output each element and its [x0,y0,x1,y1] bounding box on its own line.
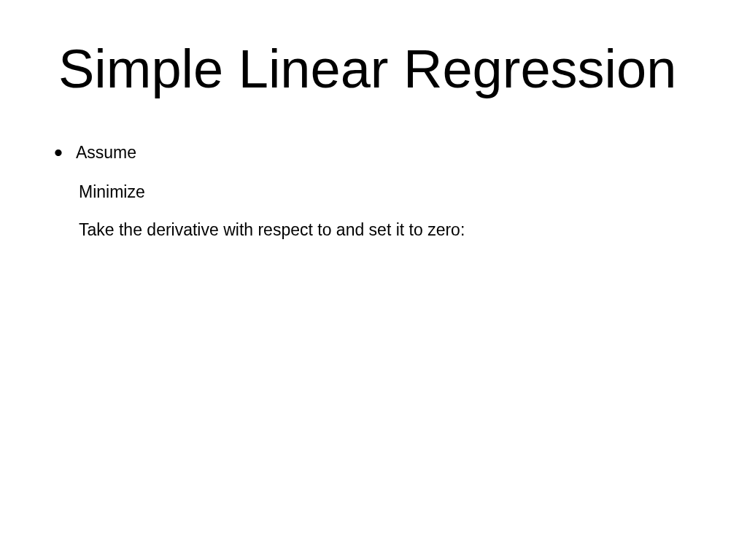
bullet-item: • Assume [54,143,136,165]
bullet-dot-icon: • [54,140,63,165]
slide: Simple Linear Regression • Assume Minimi… [0,0,747,560]
body-text-derivative: Take the derivative with respect to and … [79,220,465,240]
slide-title: Simple Linear Regression [58,41,718,98]
bullet-text-assume: Assume [76,143,136,163]
body-text-minimize: Minimize [79,182,145,202]
